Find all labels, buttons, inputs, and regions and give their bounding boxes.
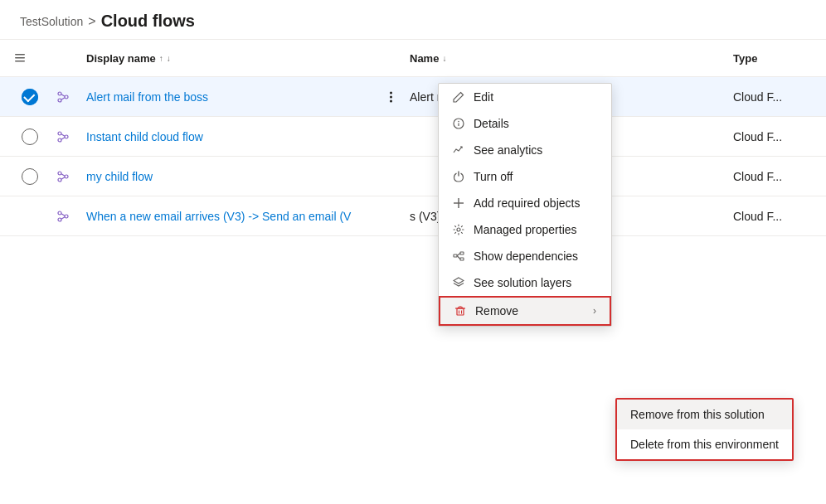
- svg-rect-0: [15, 54, 25, 56]
- svg-point-20: [58, 218, 61, 221]
- add-required-label: Add required objects: [474, 196, 598, 210]
- svg-line-17: [61, 177, 65, 178]
- remove-chevron-icon: ›: [593, 305, 596, 317]
- context-menu-dependencies[interactable]: Show dependencies: [439, 243, 611, 269]
- svg-line-12: [61, 137, 65, 138]
- row-3-flow-icon: [46, 169, 80, 184]
- svg-point-28: [457, 228, 460, 231]
- turnoff-label: Turn off: [474, 170, 598, 183]
- breadcrumb-current: Cloud flows: [101, 12, 195, 31]
- context-menu-managed[interactable]: Managed properties: [439, 216, 611, 243]
- checkbox-unchecked-icon[interactable]: [22, 168, 38, 185]
- solution-layers-label: See solution layers: [474, 276, 598, 289]
- row-2-checkbox[interactable]: [0, 117, 46, 156]
- svg-point-18: [58, 211, 61, 215]
- header-checkbox: [0, 46, 46, 70]
- svg-rect-31: [460, 258, 464, 260]
- svg-line-6: [61, 94, 65, 95]
- context-menu-solution-layers[interactable]: See solution layers: [439, 269, 611, 296]
- row-3-checkbox[interactable]: [0, 157, 46, 196]
- row-4-display-name: When a new email arrives (V3) -> Send an…: [80, 210, 403, 223]
- analytics-icon: [452, 143, 465, 157]
- row-3-type: Cloud F...: [726, 170, 826, 183]
- edit-label: Edit: [474, 90, 598, 104]
- table-header: Display name ↑ ↓ Name ↓ Type: [0, 40, 826, 77]
- row-4-flow-icon: [46, 209, 80, 224]
- table-row[interactable]: When a new email arrives (V3) -> Send an…: [0, 196, 826, 236]
- context-menu-edit[interactable]: Edit: [439, 84, 611, 110]
- svg-point-9: [65, 135, 68, 138]
- breadcrumb-parent[interactable]: TestSolution: [20, 15, 83, 28]
- delete-from-env-label: Delete from this environment: [630, 438, 779, 451]
- breadcrumb-separator: >: [88, 14, 95, 29]
- svg-rect-2: [15, 61, 25, 62]
- row-1-dots-btn[interactable]: [386, 88, 396, 105]
- context-menu-details[interactable]: Details: [439, 110, 611, 137]
- svg-point-13: [58, 172, 61, 175]
- row-3-display-name: my child flow: [80, 170, 403, 183]
- svg-rect-35: [457, 308, 464, 315]
- svg-line-32: [457, 254, 460, 256]
- row-1-flow-icon: [46, 90, 80, 104]
- header-name[interactable]: Name ↓: [403, 47, 726, 70]
- remove-from-solution-item[interactable]: Remove from this solution: [617, 400, 792, 429]
- header-icon: [46, 53, 80, 63]
- svg-point-4: [65, 95, 68, 99]
- svg-line-7: [61, 97, 65, 99]
- svg-marker-34: [454, 278, 464, 284]
- svg-line-16: [61, 173, 65, 175]
- table-row[interactable]: my child flow Cloud F...: [0, 157, 826, 196]
- edit-icon: [452, 90, 465, 104]
- row-1-display-name: Alert mail from the boss: [80, 90, 403, 104]
- gear-icon: [452, 223, 465, 236]
- table-row[interactable]: Instant child cloud flow Cloud F...: [0, 117, 826, 157]
- row-1-checkbox[interactable]: [0, 77, 46, 116]
- svg-point-19: [65, 215, 68, 218]
- context-menu-add-required[interactable]: Add required objects: [439, 190, 611, 216]
- svg-point-10: [58, 138, 61, 142]
- checkbox-checked-icon[interactable]: [22, 89, 38, 105]
- trash-icon: [454, 304, 467, 317]
- remove-label: Remove: [475, 304, 585, 317]
- managed-label: Managed properties: [474, 223, 598, 236]
- header-type: Type: [726, 47, 826, 70]
- remove-from-solution-label: Remove from this solution: [630, 408, 765, 421]
- svg-rect-1: [15, 57, 25, 59]
- row-1-type: Cloud F...: [726, 90, 826, 104]
- checkbox-unchecked-icon[interactable]: [22, 128, 38, 145]
- context-menu-remove[interactable]: Remove ›: [439, 296, 611, 326]
- details-label: Details: [474, 117, 598, 130]
- svg-line-11: [61, 133, 65, 135]
- context-menu: Edit Details See analytics: [438, 83, 612, 327]
- breadcrumb: TestSolution > Cloud flows: [0, 0, 826, 40]
- delete-from-env-item[interactable]: Delete from this environment: [617, 429, 792, 459]
- svg-line-22: [61, 216, 65, 218]
- row-2-type: Cloud F...: [726, 130, 826, 143]
- sort-up-icon: ↑: [159, 54, 163, 63]
- turnoff-icon: [452, 170, 465, 183]
- row-2-flow-icon: [46, 129, 80, 144]
- context-menu-turnoff[interactable]: Turn off: [439, 163, 611, 190]
- svg-point-15: [58, 178, 61, 182]
- svg-point-24: [458, 121, 459, 123]
- deps-icon: [452, 250, 465, 263]
- svg-point-3: [58, 92, 61, 95]
- row-4-checkbox[interactable]: [0, 196, 46, 235]
- svg-point-8: [58, 132, 61, 135]
- svg-line-21: [61, 213, 65, 215]
- svg-rect-29: [454, 254, 457, 257]
- remove-submenu: Remove from this solution Delete from th…: [615, 398, 794, 461]
- table-row[interactable]: Alert mail from the boss Alert mail from…: [0, 77, 826, 117]
- context-menu-analytics[interactable]: See analytics: [439, 137, 611, 163]
- details-icon: [452, 117, 465, 130]
- layers-icon: [452, 276, 465, 289]
- dependencies-label: Show dependencies: [474, 250, 598, 263]
- cloud-flows-table: Display name ↑ ↓ Name ↓ Type Alert mai: [0, 40, 826, 236]
- analytics-label: See analytics: [474, 143, 598, 157]
- row-4-type: Cloud F...: [726, 210, 826, 223]
- name-sort-icon: ↓: [442, 54, 446, 63]
- header-display-name[interactable]: Display name ↑ ↓: [80, 47, 403, 70]
- svg-point-14: [65, 175, 68, 178]
- svg-line-33: [457, 256, 460, 259]
- row-2-display-name: Instant child cloud flow: [80, 130, 403, 143]
